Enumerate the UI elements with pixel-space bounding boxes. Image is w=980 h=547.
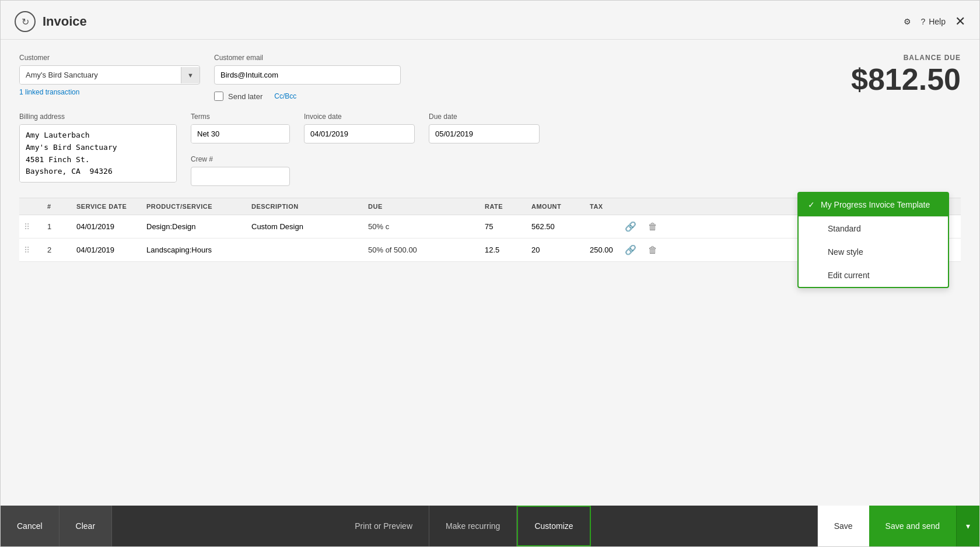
service-date-input-2[interactable] [76,246,137,254]
terms-label: Terms [191,113,290,121]
terms-group: Terms ▼ [191,113,290,143]
clear-button[interactable]: Clear [60,506,112,546]
link-btn-1[interactable]: 🔗 [620,221,643,232]
header-left: ↻ Invoice [15,11,87,32]
rate-2[interactable] [480,246,527,254]
due-date-input[interactable] [429,124,540,143]
template-item-new-style[interactable]: New style [799,240,948,264]
customer-input[interactable] [20,66,181,84]
make-recurring-button[interactable]: Make recurring [429,506,517,546]
billing-row: Billing address Amy Lauterbach Amy's Bir… [19,113,961,186]
header: ↻ Invoice ⚙ ? Help ✕ [1,1,979,40]
amount-1[interactable] [527,222,585,231]
template-item-label: My Progress Invoice Template [821,200,930,209]
tax-2[interactable] [585,246,620,254]
service-date-1[interactable] [72,222,142,231]
terms-input[interactable] [191,125,290,143]
amount-2[interactable] [527,246,585,254]
customer-dropdown-arrow[interactable]: ▼ [181,67,200,83]
col-rate: RATE [480,203,527,210]
close-button[interactable]: ✕ [955,14,965,29]
save-and-send-group: Save and send ▾ [869,506,979,546]
linked-transaction-link[interactable]: 1 linked transaction [19,88,200,96]
app-window: ↻ Invoice ⚙ ? Help ✕ Customer ▼ [0,0,980,547]
col-link [620,203,643,210]
col-num: # [43,203,72,210]
tax-input-1[interactable] [590,222,615,231]
template-item-standard[interactable]: Standard [799,217,948,240]
cancel-button[interactable]: Cancel [1,506,60,546]
check-icon: ✓ [808,200,815,209]
terms-dropdown[interactable]: ▼ [191,124,290,143]
product-input-1[interactable] [146,222,242,231]
table-section: ✓ My Progress Invoice Template Standard … [19,198,961,262]
billing-address-label: Billing address [19,113,177,121]
balance-due-amount: $812.50 [851,62,961,97]
due-2: 50% of 500.00 [363,246,433,254]
drag-handle-1[interactable]: ⠿ [19,222,43,232]
description-1[interactable] [247,222,363,231]
invoice-date-label: Invoice date [304,113,415,121]
crew-input[interactable] [191,167,290,186]
description-input-1[interactable] [251,222,359,231]
billing-address-textarea[interactable]: Amy Lauterbach Amy's Bird Sanctuary 4581… [19,124,177,183]
save-and-send-dropdown-arrow[interactable]: ▾ [956,506,979,546]
customer-dropdown[interactable]: ▼ [19,65,200,85]
footer: Cancel Clear Print or Preview Make recur… [1,506,979,546]
billing-address-group: Billing address Amy Lauterbach Amy's Bir… [19,113,177,183]
send-later-label[interactable]: Send later [228,92,262,101]
col-amount: AMOUNT [527,203,585,210]
send-later-checkbox[interactable] [214,92,223,101]
customer-email-label: Customer email [214,54,401,62]
amount-input-1[interactable] [531,222,580,231]
gear-button[interactable]: ⚙ [904,17,911,26]
description-input-2[interactable] [251,246,359,254]
delete-icon-2[interactable]: 🗑 [648,245,657,255]
template-item-edit-current[interactable]: Edit current [799,264,948,287]
tax-input-2[interactable] [590,246,615,254]
rate-1[interactable] [480,222,527,231]
delete-btn-2[interactable]: 🗑 [643,245,667,255]
amount-input-2[interactable] [531,246,580,254]
main-content: Customer ▼ 1 linked transaction Customer… [1,40,979,506]
link-icon-1[interactable]: 🔗 [625,221,636,232]
description-2[interactable] [247,246,363,254]
header-right: ⚙ ? Help ✕ [904,14,965,29]
cc-bcc-link[interactable]: Cc/Bcc [274,92,296,100]
template-new-style-label: New style [828,247,863,257]
template-dropdown: ✓ My Progress Invoice Template Standard … [797,192,949,288]
col-description: DESCRIPTION [247,203,363,210]
product-1[interactable] [142,222,247,231]
footer-center: Print or Preview Make recurring Customiz… [112,506,817,546]
service-date-input-1[interactable] [76,222,137,231]
service-date-2[interactable] [72,246,142,254]
rate-input-1[interactable] [485,222,522,231]
link-icon-2[interactable]: 🔗 [625,244,636,255]
due-date-group: Due date [429,113,540,143]
drag-handle-2[interactable]: ⠿ [19,246,43,255]
save-button[interactable]: Save [817,506,869,546]
help-button[interactable]: ? Help [921,17,946,26]
footer-left: Cancel Clear [1,506,112,546]
page-title: Invoice [43,14,87,29]
delete-icon-1[interactable]: 🗑 [648,222,657,232]
delete-btn-1[interactable]: 🗑 [643,222,667,232]
customize-button[interactable]: Customize [517,506,590,546]
product-input-2[interactable] [146,246,242,254]
print-preview-button[interactable]: Print or Preview [338,506,429,546]
terms-dates-group: Terms ▼ Crew # [191,113,290,186]
save-and-send-button[interactable]: Save and send [869,506,956,546]
product-2[interactable] [142,246,247,254]
tax-1[interactable] [585,222,620,231]
template-edit-current-label: Edit current [828,271,870,280]
template-item-my-progress[interactable]: ✓ My Progress Invoice Template [799,193,948,216]
link-btn-2[interactable]: 🔗 [620,244,643,255]
invoice-date-input[interactable] [304,124,415,143]
refresh-icon: ↻ [15,11,36,32]
col-empty [433,203,480,210]
help-icon: ? [921,17,925,26]
customer-email-input[interactable] [214,65,401,85]
balance-due-label: BALANCE DUE [851,54,961,62]
col-due: DUE [363,203,433,210]
rate-input-2[interactable] [485,246,522,254]
